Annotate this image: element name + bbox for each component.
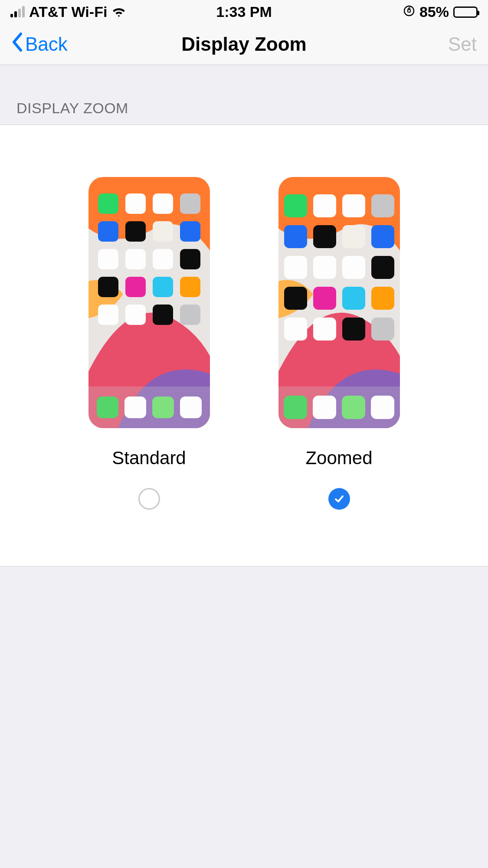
app-icon — [313, 194, 336, 217]
app-icon — [371, 287, 394, 310]
app-icon — [125, 249, 146, 269]
app-icon — [313, 287, 336, 310]
app-icon — [284, 225, 307, 248]
preview-zoomed — [278, 177, 400, 428]
app-icon — [371, 318, 394, 341]
app-icon — [125, 277, 146, 297]
app-icon — [125, 221, 146, 242]
carrier-label: AT&T Wi-Fi — [29, 3, 107, 20]
app-icon — [371, 256, 394, 279]
radio-standard[interactable] — [138, 488, 160, 510]
app-icon — [371, 396, 394, 419]
app-icon — [152, 396, 174, 418]
app-icon — [180, 305, 200, 325]
app-icon — [98, 221, 118, 242]
svg-rect-1 — [408, 10, 410, 12]
nav-bar: Back Display Zoom Set — [0, 24, 488, 65]
app-icon — [371, 225, 394, 248]
app-icon-grid — [278, 194, 400, 341]
zoom-options-panel: Standard — [0, 124, 488, 567]
app-icon — [98, 277, 118, 297]
app-icon — [313, 256, 336, 279]
app-icon — [97, 396, 118, 418]
section-header: DISPLAY ZOOM — [0, 65, 488, 124]
app-icon — [153, 193, 173, 214]
app-icon — [342, 225, 365, 248]
status-bar: AT&T Wi-Fi 1:33 PM 85% — [0, 0, 488, 24]
app-icon — [180, 221, 200, 242]
app-icon — [180, 396, 202, 418]
wifi-icon — [111, 7, 126, 17]
app-icon — [124, 396, 146, 418]
app-icon — [342, 287, 365, 310]
app-icon — [153, 249, 173, 269]
status-right: 85% — [403, 3, 478, 20]
status-left: AT&T Wi-Fi — [10, 3, 126, 20]
app-icon — [98, 305, 118, 325]
app-icon — [371, 194, 394, 217]
page-title: Display Zoom — [0, 33, 488, 55]
app-icon — [284, 396, 307, 419]
option-standard[interactable]: Standard — [88, 177, 210, 510]
app-icon — [125, 193, 146, 214]
preview-standard — [88, 177, 210, 428]
app-icon — [284, 287, 307, 310]
option-standard-label: Standard — [112, 448, 186, 468]
back-label: Back — [25, 33, 68, 55]
app-icon — [153, 277, 173, 297]
app-icon — [342, 396, 365, 419]
chevron-left-icon — [11, 32, 23, 56]
app-icon — [98, 193, 118, 214]
orientation-lock-icon — [403, 3, 415, 20]
app-icon — [313, 225, 336, 248]
cellular-signal-icon — [10, 7, 25, 17]
app-icon-grid — [88, 193, 210, 325]
back-button[interactable]: Back — [11, 32, 68, 56]
app-icon — [153, 305, 173, 325]
app-icon — [180, 277, 200, 297]
app-icon — [153, 221, 173, 242]
battery-percentage: 85% — [419, 3, 449, 20]
app-icon — [313, 318, 336, 341]
option-zoomed[interactable]: Zoomed — [278, 177, 400, 510]
app-icon — [342, 318, 365, 341]
app-icon — [284, 318, 307, 341]
app-icon — [180, 193, 200, 214]
app-icon — [342, 194, 365, 217]
set-button[interactable]: Set — [448, 33, 477, 55]
app-icon — [180, 249, 200, 269]
radio-zoomed[interactable] — [328, 488, 350, 510]
dock — [278, 387, 400, 428]
battery-icon — [453, 7, 478, 18]
app-icon — [284, 256, 307, 279]
svg-point-0 — [404, 6, 414, 16]
option-zoomed-label: Zoomed — [305, 448, 372, 468]
app-icon — [125, 305, 146, 325]
app-icon — [342, 256, 365, 279]
dock — [88, 387, 210, 428]
app-icon — [313, 396, 336, 419]
app-icon — [98, 249, 118, 269]
app-icon — [284, 194, 307, 217]
